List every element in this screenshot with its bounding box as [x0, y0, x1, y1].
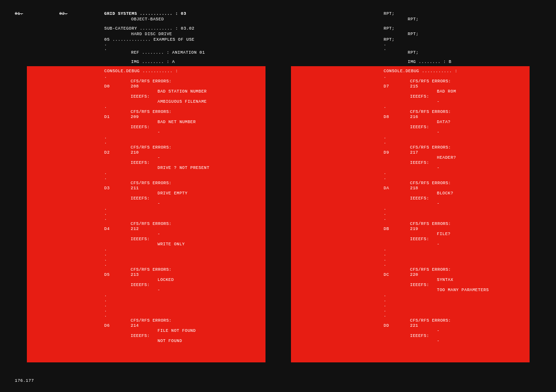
error-num: 210	[131, 150, 139, 156]
cfs-msg: -	[158, 231, 160, 237]
cfs-msg: DRIVE EMPTY	[158, 191, 188, 196]
console-debug-right: CONSOLE.DEBUG ........... :	[384, 68, 457, 74]
error-num: 209	[131, 114, 139, 120]
cfs-msg: FILE?	[437, 231, 451, 237]
ieee-msg: AMBIGUOUS FILENAME	[158, 99, 207, 105]
dot: .	[384, 74, 386, 80]
dot: .	[104, 46, 107, 52]
ieeefs-label: IEEEFS:	[131, 124, 150, 130]
dot: .	[384, 313, 386, 318]
dot: .	[384, 175, 386, 181]
error-num: 216	[410, 114, 418, 120]
ieeefs-label: IEEEFS:	[131, 282, 150, 288]
cfs-msg: DATA?	[437, 119, 451, 125]
ieee-msg: -	[437, 201, 440, 206]
ref-line: REF ........ : ANIMATION 01	[131, 50, 205, 56]
error-code: D6	[104, 323, 110, 329]
rpt: RPT;	[384, 26, 395, 31]
ieee-msg: -	[158, 130, 160, 135]
ieee-msg: -	[437, 130, 440, 135]
nav-01: 01.	[15, 11, 23, 17]
ieeefs-label: IEEEFS:	[410, 124, 429, 130]
error-code: D1	[104, 114, 110, 120]
error-code: D2	[104, 150, 110, 156]
ieeefs-label: IEEEFS:	[410, 333, 429, 339]
ieee-msg: NOT FOUND	[158, 338, 182, 344]
cfs-msg: BAD ROM	[437, 89, 456, 94]
dot: .	[384, 104, 386, 110]
error-num: 211	[131, 186, 139, 191]
error-code: D4	[104, 226, 110, 232]
error-num: 220	[410, 272, 418, 278]
ieeefs-label: IEEEFS:	[410, 160, 429, 166]
ieeefs-label: IEEEFS:	[131, 94, 150, 100]
ieeefs-label: IEEEFS:	[410, 196, 429, 201]
dot: .	[384, 46, 386, 52]
cfs-msg: BLOCK?	[437, 191, 453, 196]
cfs-msg: BAD STATION NUMBER	[158, 89, 207, 94]
error-num: 208	[131, 84, 139, 89]
cfs-msg: SYNTAX	[437, 277, 453, 283]
sub-category: SUB-CATEGORY ............ : 03.02	[104, 26, 195, 31]
error-code: DC	[384, 272, 389, 278]
dot: .	[104, 313, 107, 318]
ieeefs-label: IEEEFS:	[131, 236, 150, 242]
error-code: DA	[384, 186, 389, 191]
page-number: 176.177	[15, 378, 34, 384]
error-num: 218	[410, 186, 418, 191]
dot: .	[384, 140, 386, 145]
ieee-msg: WRITE ONLY	[158, 242, 185, 247]
ieeefs-label: IEEEFS:	[131, 196, 150, 201]
error-code: D5	[104, 272, 110, 278]
ieeefs-label: IEEEFS:	[131, 333, 150, 339]
error-num: 221	[410, 323, 418, 329]
cfs-msg: -	[437, 328, 440, 334]
ieee-msg: TOO MANY PARAMETERS	[437, 287, 489, 293]
dot: .	[104, 74, 107, 80]
ieee-msg: DRIVE ? NOT PRESENT	[158, 165, 209, 171]
ieeefs-label: IEEEFS:	[410, 236, 429, 242]
dot: .	[104, 262, 107, 268]
cfs-msg: LOCKED	[158, 277, 174, 283]
dot: .	[104, 140, 107, 145]
dot: .	[384, 262, 386, 268]
ieeefs-label: IEEEFS:	[410, 282, 429, 288]
ieee-msg: -	[437, 165, 440, 171]
rpt: RPT;	[408, 50, 419, 56]
img-b-line: IMG ........ : B	[408, 59, 451, 65]
ieeefs-label: IEEEFS:	[410, 94, 429, 100]
examples-of-use: 05 .............. EXAMPLES OF USE	[104, 37, 195, 43]
error-code: D9	[384, 150, 389, 156]
rpt: RPT;	[384, 11, 395, 17]
grid-systems-label: GRID SYSTEMS ............ : 03	[104, 11, 186, 17]
hard-disc-drive: HARD DISC DRIVE	[131, 31, 172, 37]
error-code: DB	[384, 226, 389, 232]
error-code: DD	[384, 323, 389, 329]
img-a-line: IMG ........ : A	[131, 59, 175, 65]
console-debug-left: CONSOLE.DEBUG ........... :	[104, 68, 178, 74]
error-num: 219	[410, 226, 418, 232]
ieee-msg: -	[437, 242, 440, 247]
rpt: RPT;	[408, 17, 419, 22]
cfs-msg: BAD NET NUMBER	[158, 119, 196, 125]
error-num: 217	[410, 150, 418, 156]
error-num: 213	[131, 272, 139, 278]
ieeefs-label: IEEEFS:	[131, 160, 150, 166]
object-based: OBJECT-BASED	[131, 17, 164, 22]
rpt: RPT;	[408, 31, 419, 37]
error-code: D8	[384, 114, 389, 120]
dot: .	[104, 216, 107, 222]
cfs-msg: -	[158, 155, 160, 161]
dot: .	[384, 216, 386, 222]
error-code: D3	[104, 186, 110, 191]
error-code: D0	[104, 84, 110, 89]
cfs-msg: FILE NOT FOUND	[158, 328, 196, 334]
dot: .	[104, 104, 107, 110]
ieee-msg: -	[158, 201, 160, 206]
error-num: 215	[410, 84, 418, 89]
ieee-msg: -	[158, 287, 160, 293]
error-num: 214	[131, 323, 139, 329]
error-num: 212	[131, 226, 139, 232]
ieee-msg: -	[437, 338, 440, 344]
error-code: D7	[384, 84, 389, 89]
